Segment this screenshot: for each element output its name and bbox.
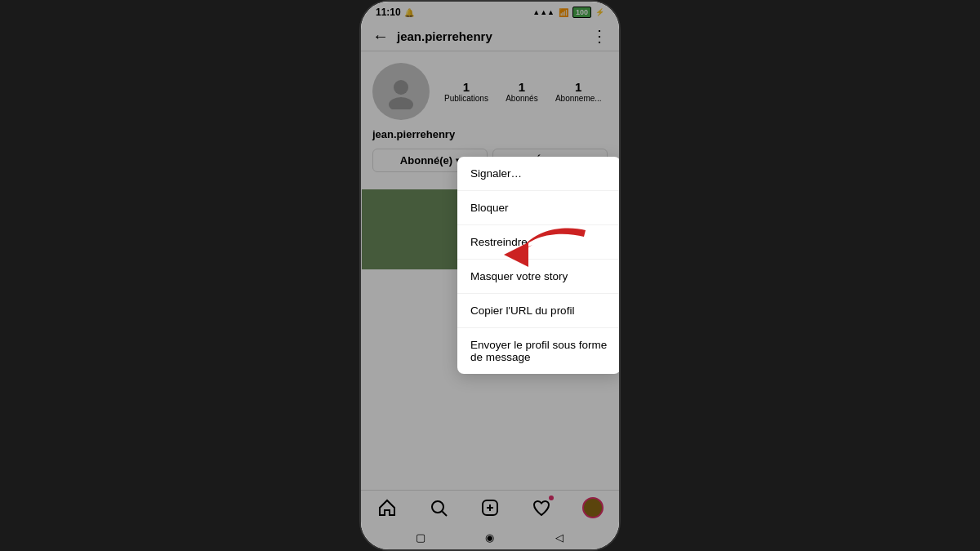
menu-item-copy-url[interactable]: Copier l'URL du profil [457, 294, 621, 328]
svg-marker-2 [504, 242, 528, 267]
menu-item-send-profile[interactable]: Envoyer le profil sous forme de message [457, 328, 621, 374]
menu-item-block[interactable]: Bloquer [457, 191, 621, 225]
menu-item-report[interactable]: Signaler… [457, 157, 621, 191]
red-arrow-indicator [488, 222, 594, 287]
phone-frame: 11:10 🔔 ▲▲▲ 📶 100 ⚡ ← jean.pierrehenry ⋮ [359, 0, 621, 551]
